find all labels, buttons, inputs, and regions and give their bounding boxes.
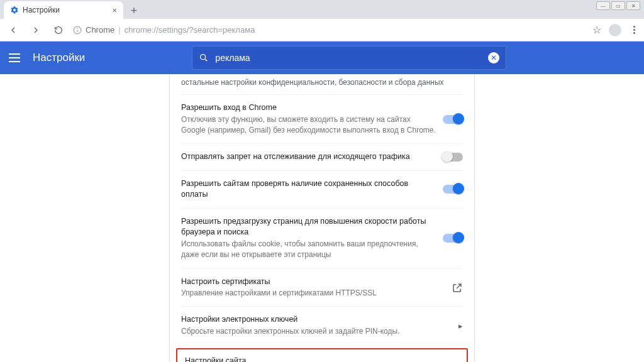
truncated-row: остальные настройки конфиденциальности, … <box>181 78 463 94</box>
window-controls: — ▭ ✕ <box>596 1 640 10</box>
svg-rect-2 <box>77 30 77 32</box>
toggle-dnt[interactable] <box>443 153 463 162</box>
tab-strip: Настройки × + <box>0 0 644 19</box>
row-site-settings[interactable]: Настройки сайта Выбрать, какие данные от… <box>185 356 459 362</box>
row-preload: Разрешить предзагрузку страниц для повыш… <box>181 208 463 268</box>
settings-header: Настройки ✕ <box>0 41 644 74</box>
svg-point-3 <box>201 55 206 60</box>
row-title: Настройки сайта <box>185 356 448 362</box>
settings-search: ✕ <box>192 46 506 70</box>
menu-button[interactable] <box>9 50 24 65</box>
site-info-icon <box>73 26 82 35</box>
window-minimize-button[interactable]: — <box>596 1 610 10</box>
tab-title: Настройки <box>23 6 60 14</box>
profile-avatar[interactable] <box>609 24 621 36</box>
bookmark-star-icon[interactable]: ☆ <box>592 24 601 36</box>
toggle-chrome-login[interactable] <box>443 115 463 124</box>
row-sub: Сбросьте настройки электронных ключей и … <box>181 326 452 337</box>
new-tab-button[interactable]: + <box>126 3 142 19</box>
row-dnt: Отправлять запрет на отслеживание для ис… <box>181 143 463 170</box>
reload-button[interactable] <box>50 22 67 38</box>
search-icon <box>199 53 209 63</box>
address-bar: Chrome | chrome://settings/?search=рекла… <box>0 19 644 41</box>
url-text: chrome://settings/?search=реклама <box>125 25 255 35</box>
tab-settings[interactable]: Настройки × <box>4 1 123 19</box>
row-title: Разрешить вход в Chrome <box>181 102 436 114</box>
toggle-payment-check[interactable] <box>443 185 463 194</box>
settings-panel: остальные настройки конфиденциальности, … <box>169 74 475 362</box>
highlighted-site-settings: Настройки сайта Выбрать, какие данные от… <box>176 348 468 362</box>
row-security-keys[interactable]: Настройки электронных ключей Сбросьте на… <box>181 306 463 344</box>
row-chrome-login: Разрешить вход в Chrome Отключив эту фун… <box>181 94 463 143</box>
row-title: Разрешить сайтам проверять наличие сохра… <box>181 178 436 200</box>
page-title: Настройки <box>33 52 85 64</box>
tab-close-icon[interactable]: × <box>112 6 117 15</box>
window-restore-button[interactable]: ▭ <box>611 1 625 10</box>
chrome-menu-button[interactable] <box>629 26 639 34</box>
forward-button[interactable] <box>28 22 44 38</box>
row-certificates[interactable]: Настроить сертификаты Управление настрой… <box>181 268 463 307</box>
row-payment-check: Разрешить сайтам проверять наличие сохра… <box>181 170 463 208</box>
external-link-icon <box>452 282 463 293</box>
content-area: остальные настройки конфиденциальности, … <box>0 74 644 362</box>
window-close-button[interactable]: ✕ <box>626 1 640 10</box>
row-title: Разрешить предзагрузку страниц для повыш… <box>181 216 436 238</box>
chevron-right-icon: ▸ <box>458 321 463 331</box>
back-button[interactable] <box>5 22 21 38</box>
url-product: Chrome <box>86 25 114 35</box>
row-sub: Управление настройками и сертификатами H… <box>181 288 445 299</box>
url-field[interactable]: Chrome | chrome://settings/?search=рекла… <box>73 25 450 35</box>
row-title: Настройки электронных ключей <box>181 314 452 326</box>
row-sub: Отключив эту функцию, вы сможете входить… <box>181 114 436 136</box>
svg-point-1 <box>77 28 77 28</box>
row-sub: Использовать файлы cookie, чтобы запомни… <box>181 239 436 261</box>
gear-icon <box>10 6 19 14</box>
row-title: Отправлять запрет на отслеживание для ис… <box>181 151 436 163</box>
settings-search-input[interactable] <box>215 53 482 63</box>
row-title: Настроить сертификаты <box>181 277 445 288</box>
clear-search-button[interactable]: ✕ <box>488 52 499 63</box>
toggle-preload[interactable] <box>443 234 463 243</box>
